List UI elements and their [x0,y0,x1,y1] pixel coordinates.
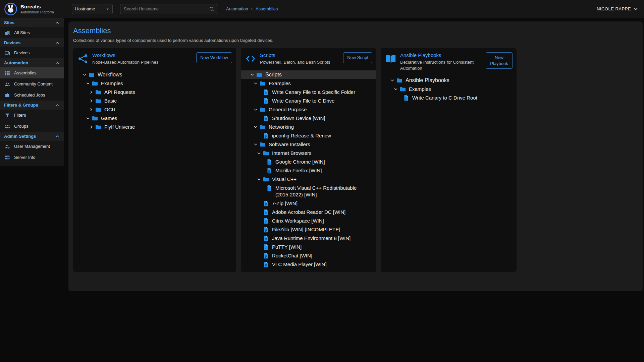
chevron-spacer [256,131,262,140]
sidebar-item-community-content[interactable]: Community Content [0,78,64,89]
chevron-down-icon[interactable] [256,149,262,158]
tree: Workflows Examples API Requests Basic OC… [73,70,236,131]
folder-icon [262,175,270,184]
new-workflow-button[interactable]: New Workflow [196,52,232,63]
chevron-down-icon[interactable] [249,70,256,79]
tree-file-write-canary-to-c-drive-root[interactable]: Write Canary to C Drive Root [381,94,517,102]
tree-folder-scripts[interactable]: Scripts [241,70,376,79]
sidebar-item-scheduled-jobs[interactable]: Scheduled Jobs [0,89,64,101]
sidebar-item-devices[interactable]: Devices [0,47,64,58]
chevron-up-icon[interactable] [55,60,60,66]
chevron-down-icon[interactable] [392,85,399,94]
chevron-right-icon[interactable] [88,123,95,131]
chevron-down-icon[interactable] [256,175,262,184]
tree-folder-examples[interactable]: Examples [241,79,376,88]
tree-file-adobe-acrobat-reader-dc-win[interactable]: Adobe Acrobat Reader DC [WIN] [241,208,376,217]
hostname-dropdown[interactable]: Hostname [72,4,113,14]
breadcrumb-automation[interactable]: Automation [226,6,248,11]
chevron-up-icon[interactable] [55,40,60,46]
assemblies-panel: Assemblies Collections of various types … [68,21,643,291]
chevron-up-icon[interactable] [55,103,60,108]
chevron-spacer [396,94,402,102]
sidebar-item-user-management[interactable]: User Management [0,141,64,152]
tree-file-citrix-workspace-win[interactable]: Citrix Workspace [WIN] [241,217,376,225]
chevron-down-icon[interactable] [389,76,396,85]
chevron-right-icon[interactable] [88,97,95,105]
book-icon [385,53,396,64]
tree-file-rocketchat-win[interactable]: RocketChat [WIN] [241,251,376,260]
chevron-up-icon[interactable] [55,20,60,25]
sidebar-section-automation[interactable]: Automation [0,58,64,67]
sidebar-item-label: Community Content [14,81,53,86]
chevron-down-icon[interactable] [85,114,91,123]
sidebar-item-server-info[interactable]: Server Info [0,152,64,163]
sidebar-item-groups[interactable]: Groups [0,121,64,132]
tree-folder-software-installers[interactable]: Software Installers [241,140,376,149]
new-playbook-button[interactable]: New Playbook [486,52,513,69]
tree-file-mozilla-firefox-win[interactable]: Mozilla Firefox [WIN] [241,166,376,175]
briefcase-icon [4,92,10,98]
sidebar-item-all-sites[interactable]: All Sites [0,27,64,38]
chevron-up-icon[interactable] [55,134,60,139]
sidebar-section-devices[interactable]: Devices [0,38,64,47]
breadcrumb: Automation › Assemblies [226,6,278,11]
tree-folder-examples[interactable]: Examples [73,79,236,88]
layout: Sites All Sites Devices Devices Automati… [0,18,644,291]
sidebar-section-label: Automation [4,60,28,65]
chevron-down-icon[interactable] [252,79,259,88]
tree-folder-api-requests[interactable]: API Requests [73,88,236,97]
cards-row: Workflows Node-Based Automation Pipeline… [68,48,643,272]
chevron-down-icon[interactable] [85,79,91,88]
chevron-down-icon[interactable] [81,70,88,79]
folder-icon [259,105,266,114]
folder-icon [88,70,95,79]
tree-file-write-canary-file-to-c-drive[interactable]: Write Canary File to C Drive [241,97,376,105]
sidebar-item-assemblies[interactable]: Assemblies [0,67,64,78]
chevron-right-icon[interactable] [88,105,95,114]
tree-folder-workflows[interactable]: Workflows [73,70,236,79]
tree-file-7-zip-win[interactable]: 7-Zip [WIN] [241,199,376,208]
card-title: Workflows [92,52,193,58]
sidebar-section-filters-groups[interactable]: Filters & Groups [0,101,64,110]
tree-file-java-runtime-environment-8-win[interactable]: Java Runtime Environment 8 [WIN] [241,234,376,243]
brand-title: Borealis [20,4,54,9]
tree-folder-ocr[interactable]: OCR [73,105,236,114]
sidebar-item-filters[interactable]: Filters [0,110,64,121]
tree-folder-internet-browsers[interactable]: Internet Browsers [241,149,376,158]
tree-file-google-chrome-win[interactable]: Google Chrome [WIN] [241,158,376,166]
tree-file-filezilla-win-incomplete[interactable]: FileZilla [WIN] [INCOMPLETE] [241,225,376,234]
search-input[interactable] [120,4,217,14]
tree-folder-games[interactable]: Games [73,114,236,123]
chevron-down-icon[interactable] [252,140,259,149]
server-icon [4,155,10,161]
breadcrumb-assemblies[interactable]: Assemblies [256,6,278,11]
file-icon [266,158,273,166]
tree-file-microsoft-visual-c-redistributable-2015-2022-win[interactable]: Microsoft Visual C++ Redistributable (20… [241,184,376,199]
sidebar-section-admin-settings[interactable]: Admin Settings [0,132,64,141]
tree-folder-networking[interactable]: Networking [241,123,376,131]
sidebar-section-label: Sites [4,20,14,25]
tree-file-putty-win[interactable]: PuTTY [WIN] [241,243,376,251]
tree-file-vlc-media-player-win[interactable]: VLC Media Player [WIN] [241,260,376,269]
sidebar-section-sites[interactable]: Sites [0,18,64,27]
tree-file-write-canary-file-to-a-specific-folder[interactable]: Write Canary File to a Specific Folder [241,88,376,97]
search-icon[interactable] [209,6,215,12]
search-hostname [120,4,217,14]
chevron-down-icon[interactable] [252,123,259,131]
tree-file-ipconfig-release-renew[interactable]: ipconfig Release & Renew [241,131,376,140]
tree-folder-flyff-universe[interactable]: Flyff Universe [73,123,236,131]
tree-folder-ansible-playbooks[interactable]: Ansible Playbooks [381,76,517,85]
tree-folder-examples[interactable]: Examples [381,85,517,94]
tree-folder-visual-c[interactable]: Visual C++ [241,175,376,184]
chevron-right-icon[interactable] [88,88,95,97]
tree-folder-basic[interactable]: Basic [73,97,236,105]
sidebar-section-label: Filters & Groups [4,103,38,108]
new-script-button[interactable]: New Script [343,52,372,63]
tree-file-shutdown-device-win[interactable]: Shutdown Device [WIN] [241,114,376,123]
chevron-down-icon[interactable] [252,105,259,114]
chevron-spacer [259,158,266,166]
tree-folder-general-purpose[interactable]: General Purpose [241,105,376,114]
folder-icon [95,88,102,97]
tree-item-label: FileZilla [WIN] [INCOMPLETE] [272,225,340,234]
user-menu[interactable]: NICOLE RAPPE [597,6,639,12]
